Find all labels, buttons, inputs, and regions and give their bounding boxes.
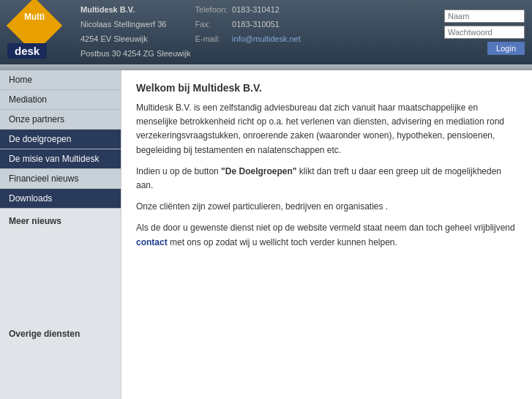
content-para1: Multidesk B.V. is een zelfstandig advies… xyxy=(136,101,517,157)
meer-nieuws: Meer nieuws xyxy=(0,209,121,234)
logo-multi: Multi xyxy=(24,12,45,22)
email-label: E-mail: xyxy=(195,32,232,47)
sidebar-item-downloads[interactable]: Downloads xyxy=(0,189,121,209)
content-title: Welkom bij Multidesk B.V. xyxy=(136,82,517,94)
overige-diensten: Overige diensten xyxy=(0,321,121,346)
sidebar-item-misie[interactable]: De misie van Multidesk xyxy=(0,149,121,169)
doelgroepen-highlight: "De Doelgroepen" xyxy=(221,166,296,176)
sidebar-item-doelgroepen[interactable]: De doelgroepen xyxy=(0,130,121,149)
email: info@multidesk.net xyxy=(232,32,305,47)
address1: Nicolaas Stellingwerf 36 xyxy=(80,18,195,32)
contact-link[interactable]: contact xyxy=(136,237,168,247)
content-para4: Als de door u gewenste dienst niet op de… xyxy=(136,221,517,249)
logo-desk: desk xyxy=(7,43,47,59)
sidebar: Home Mediation Onze partners De doelgroe… xyxy=(0,70,121,399)
sidebar-item-partners[interactable]: Onze partners xyxy=(0,110,121,130)
phone-label: Telefoon: xyxy=(195,3,232,18)
sidebar-item-nieuws[interactable]: Financieel nieuws xyxy=(0,169,121,189)
content-para3: Onze cliënten zijn zowel particulieren, … xyxy=(136,200,517,214)
fax-label: Fax: xyxy=(195,18,232,32)
address3: Postbus 30 4254 ZG Sleeuwijk xyxy=(80,47,195,61)
phone: 0183-310412 xyxy=(232,3,305,18)
company-name: Multidesk B.V. xyxy=(80,3,195,18)
login-button[interactable]: Login xyxy=(487,42,525,55)
sidebar-item-mediation[interactable]: Mediation xyxy=(0,90,121,110)
fax: 0183-310051 xyxy=(232,18,305,32)
content-para2: Indien u op de button "De Doelgroepen" k… xyxy=(136,165,517,193)
login-area: Login xyxy=(444,10,525,55)
main-layout: Home Mediation Onze partners De doelgroe… xyxy=(0,70,532,399)
password-input[interactable] xyxy=(444,26,525,39)
company-info: Multidesk B.V. Telefoon: 0183-310412 Nic… xyxy=(80,3,444,61)
sidebar-item-home[interactable]: Home xyxy=(0,70,121,90)
content-area: Welkom bij Multidesk B.V. Multidesk B.V.… xyxy=(121,70,532,399)
name-input[interactable] xyxy=(444,10,525,23)
address2: 4254 EV Sleeuwijk xyxy=(80,32,195,47)
logo-area: Multi desk xyxy=(7,6,66,59)
header: Multi desk Multidesk B.V. Telefoon: 0183… xyxy=(0,0,532,64)
nav-gray-bar xyxy=(0,64,532,70)
